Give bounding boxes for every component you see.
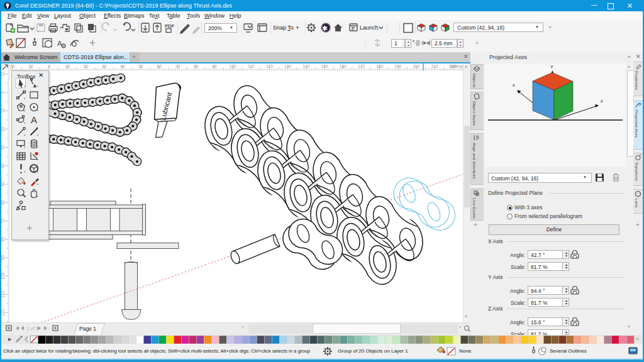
svg-text:90: 90 [1,255,5,260]
svg-text:70: 70 [1,218,5,223]
svg-text:z: z [601,99,603,103]
svg-text:10: 10 [28,64,33,69]
svg-text:110: 110 [1,291,5,298]
svg-text:90: 90 [212,64,217,69]
svg-text:50: 50 [1,182,5,187]
svg-text:30: 30 [1,145,5,150]
svg-text:100: 100 [230,64,236,69]
svg-text:x: x [513,83,515,87]
svg-text:20: 20 [1,126,5,131]
svg-text:A: A [31,114,37,125]
svg-text:100: 100 [1,272,5,279]
svg-text:80: 80 [194,64,199,69]
svg-text:10: 10 [1,72,5,77]
svg-text:0: 0 [48,64,50,69]
svg-text:150: 150 [321,64,328,69]
svg-text:40: 40 [1,163,5,168]
svg-text:10: 10 [1,108,5,113]
svg-text:30: 30 [102,64,107,69]
svg-text:50: 50 [138,64,143,69]
svg-text:60: 60 [1,200,5,205]
svg-text:200: 200 [413,64,420,69]
svg-text:Y: Y [550,65,553,69]
svg-text:190: 190 [394,64,401,69]
svg-text:130: 130 [284,64,291,69]
svg-text:10: 10 [65,64,70,69]
svg-text:140: 140 [303,64,309,69]
svg-text:0: 0 [1,91,5,94]
svg-text:40: 40 [120,64,125,69]
svg-text:210: 210 [431,64,438,69]
svg-text:millimeters: millimeters [450,64,463,69]
svg-text:60: 60 [157,64,162,69]
svg-text:110: 110 [248,64,255,69]
svg-text:160: 160 [340,64,347,69]
svg-text:170: 170 [358,64,365,69]
svg-text:120: 120 [1,309,5,316]
svg-text:70: 70 [175,64,180,69]
svg-text:20: 20 [10,64,15,69]
svg-text:180: 180 [376,64,383,69]
svg-text:20: 20 [84,64,89,69]
svg-text:120: 120 [266,64,273,69]
svg-text:80: 80 [1,237,5,242]
